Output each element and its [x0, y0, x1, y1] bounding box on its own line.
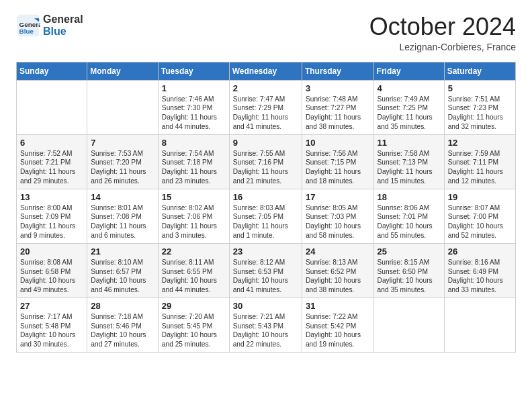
day-detail: Sunrise: 8:08 AM Sunset: 6:58 PM Dayligh… [20, 258, 83, 295]
logo-general: General [43, 13, 83, 26]
logo-text: General Blue [43, 13, 83, 37]
calendar-cell [373, 298, 444, 352]
week-row-4: 20Sunrise: 8:08 AM Sunset: 6:58 PM Dayli… [17, 243, 516, 298]
day-number: 17 [306, 192, 370, 202]
day-detail: Sunrise: 7:17 AM Sunset: 5:48 PM Dayligh… [20, 312, 83, 349]
title-area: October 2024 Lezignan-Corbieres, France [369, 13, 516, 52]
calendar-cell: 6Sunrise: 7:52 AM Sunset: 7:21 PM Daylig… [17, 134, 87, 189]
day-number: 26 [448, 246, 512, 257]
day-number: 14 [91, 192, 154, 202]
week-row-5: 27Sunrise: 7:17 AM Sunset: 5:48 PM Dayli… [17, 298, 516, 352]
weekday-header-sunday: Sunday [17, 62, 87, 80]
day-detail: Sunrise: 8:15 AM Sunset: 6:50 PM Dayligh… [378, 258, 441, 295]
logo: General Blue General Blue [16, 13, 83, 38]
day-detail: Sunrise: 8:05 AM Sunset: 7:03 PM Dayligh… [306, 203, 370, 240]
day-detail: Sunrise: 8:13 AM Sunset: 6:52 PM Dayligh… [306, 258, 370, 295]
calendar-cell: 19Sunrise: 8:07 AM Sunset: 7:00 PM Dayli… [444, 189, 515, 243]
weekday-header-row: SundayMondayTuesdayWednesdayThursdayFrid… [17, 62, 516, 80]
day-detail: Sunrise: 7:18 AM Sunset: 5:46 PM Dayligh… [91, 312, 154, 349]
logo-blue: Blue [43, 26, 83, 38]
svg-text:Blue: Blue [19, 28, 34, 35]
day-detail: Sunrise: 7:49 AM Sunset: 7:25 PM Dayligh… [378, 95, 441, 132]
day-detail: Sunrise: 7:55 AM Sunset: 7:16 PM Dayligh… [233, 149, 298, 186]
day-number: 16 [233, 192, 298, 202]
calendar-cell: 25Sunrise: 8:15 AM Sunset: 6:50 PM Dayli… [373, 243, 444, 298]
day-number: 13 [20, 192, 83, 202]
day-number: 5 [448, 83, 512, 93]
calendar-cell: 18Sunrise: 8:06 AM Sunset: 7:01 PM Dayli… [373, 189, 444, 243]
weekday-header-friday: Friday [373, 62, 444, 80]
calendar-cell: 28Sunrise: 7:18 AM Sunset: 5:46 PM Dayli… [87, 298, 159, 352]
day-number: 20 [20, 246, 83, 257]
day-detail: Sunrise: 7:46 AM Sunset: 7:30 PM Dayligh… [162, 95, 226, 132]
calendar-cell: 1Sunrise: 7:46 AM Sunset: 7:30 PM Daylig… [158, 80, 229, 134]
calendar-table: SundayMondayTuesdayWednesdayThursdayFrid… [16, 62, 516, 353]
day-detail: Sunrise: 8:11 AM Sunset: 6:55 PM Dayligh… [162, 258, 226, 295]
day-number: 24 [306, 246, 370, 257]
calendar-cell: 30Sunrise: 7:21 AM Sunset: 5:43 PM Dayli… [229, 298, 302, 352]
day-number: 25 [378, 246, 441, 257]
weekday-header-wednesday: Wednesday [229, 62, 302, 80]
day-detail: Sunrise: 7:54 AM Sunset: 7:18 PM Dayligh… [162, 149, 226, 186]
day-number: 4 [378, 83, 441, 93]
calendar-cell: 29Sunrise: 7:20 AM Sunset: 5:45 PM Dayli… [158, 298, 229, 352]
day-detail: Sunrise: 7:48 AM Sunset: 7:27 PM Dayligh… [306, 95, 370, 132]
calendar-cell: 5Sunrise: 7:51 AM Sunset: 7:23 PM Daylig… [444, 80, 515, 134]
day-number: 28 [91, 301, 154, 311]
week-row-2: 6Sunrise: 7:52 AM Sunset: 7:21 PM Daylig… [17, 134, 516, 189]
day-number: 12 [448, 138, 512, 148]
calendar-cell: 2Sunrise: 7:47 AM Sunset: 7:29 PM Daylig… [229, 80, 302, 134]
calendar-cell: 10Sunrise: 7:56 AM Sunset: 7:15 PM Dayli… [302, 134, 373, 189]
calendar-cell [17, 80, 87, 134]
day-number: 9 [233, 138, 298, 148]
logo-icon: General Blue [16, 13, 40, 38]
calendar-cell: 27Sunrise: 7:17 AM Sunset: 5:48 PM Dayli… [17, 298, 87, 352]
day-number: 8 [162, 138, 226, 148]
calendar-cell: 14Sunrise: 8:01 AM Sunset: 7:08 PM Dayli… [87, 189, 159, 243]
day-detail: Sunrise: 7:47 AM Sunset: 7:29 PM Dayligh… [233, 95, 298, 132]
calendar-cell: 23Sunrise: 8:12 AM Sunset: 6:53 PM Dayli… [229, 243, 302, 298]
week-row-3: 13Sunrise: 8:00 AM Sunset: 7:09 PM Dayli… [17, 189, 516, 243]
calendar-cell: 20Sunrise: 8:08 AM Sunset: 6:58 PM Dayli… [17, 243, 87, 298]
day-detail: Sunrise: 8:03 AM Sunset: 7:05 PM Dayligh… [233, 203, 298, 240]
calendar-cell: 4Sunrise: 7:49 AM Sunset: 7:25 PM Daylig… [373, 80, 444, 134]
day-detail: Sunrise: 7:52 AM Sunset: 7:21 PM Dayligh… [20, 149, 83, 186]
day-detail: Sunrise: 7:53 AM Sunset: 7:20 PM Dayligh… [91, 149, 154, 186]
day-detail: Sunrise: 7:58 AM Sunset: 7:13 PM Dayligh… [378, 149, 441, 186]
calendar-cell: 31Sunrise: 7:22 AM Sunset: 5:42 PM Dayli… [302, 298, 373, 352]
day-number: 27 [20, 301, 83, 311]
calendar-cell: 3Sunrise: 7:48 AM Sunset: 7:27 PM Daylig… [302, 80, 373, 134]
day-number: 7 [91, 138, 154, 148]
day-detail: Sunrise: 7:59 AM Sunset: 7:11 PM Dayligh… [448, 149, 512, 186]
calendar-cell: 21Sunrise: 8:10 AM Sunset: 6:57 PM Dayli… [87, 243, 159, 298]
calendar-cell: 22Sunrise: 8:11 AM Sunset: 6:55 PM Dayli… [158, 243, 229, 298]
day-detail: Sunrise: 8:10 AM Sunset: 6:57 PM Dayligh… [91, 258, 154, 295]
day-number: 15 [162, 192, 226, 202]
day-detail: Sunrise: 7:22 AM Sunset: 5:42 PM Dayligh… [306, 312, 370, 349]
weekday-header-saturday: Saturday [444, 62, 515, 80]
weekday-header-thursday: Thursday [302, 62, 373, 80]
day-detail: Sunrise: 8:07 AM Sunset: 7:00 PM Dayligh… [448, 203, 512, 240]
calendar-cell: 17Sunrise: 8:05 AM Sunset: 7:03 PM Dayli… [302, 189, 373, 243]
day-detail: Sunrise: 8:16 AM Sunset: 6:49 PM Dayligh… [448, 258, 512, 295]
day-detail: Sunrise: 7:20 AM Sunset: 5:45 PM Dayligh… [162, 312, 226, 349]
week-row-1: 1Sunrise: 7:46 AM Sunset: 7:30 PM Daylig… [17, 80, 516, 134]
day-number: 1 [162, 83, 226, 93]
day-number: 31 [306, 301, 370, 311]
calendar-cell: 13Sunrise: 8:00 AM Sunset: 7:09 PM Dayli… [17, 189, 87, 243]
weekday-header-tuesday: Tuesday [158, 62, 229, 80]
calendar-cell: 16Sunrise: 8:03 AM Sunset: 7:05 PM Dayli… [229, 189, 302, 243]
day-number: 10 [306, 138, 370, 148]
day-detail: Sunrise: 8:02 AM Sunset: 7:06 PM Dayligh… [162, 203, 226, 240]
day-number: 30 [233, 301, 298, 311]
day-detail: Sunrise: 8:00 AM Sunset: 7:09 PM Dayligh… [20, 203, 83, 240]
calendar-cell [87, 80, 159, 134]
calendar-cell [444, 298, 515, 352]
day-number: 29 [162, 301, 226, 311]
calendar-cell: 15Sunrise: 8:02 AM Sunset: 7:06 PM Dayli… [158, 189, 229, 243]
month-title: October 2024 [369, 13, 516, 40]
day-number: 11 [378, 138, 441, 148]
weekday-header-monday: Monday [87, 62, 159, 80]
calendar-cell: 9Sunrise: 7:55 AM Sunset: 7:16 PM Daylig… [229, 134, 302, 189]
day-number: 23 [233, 246, 298, 257]
